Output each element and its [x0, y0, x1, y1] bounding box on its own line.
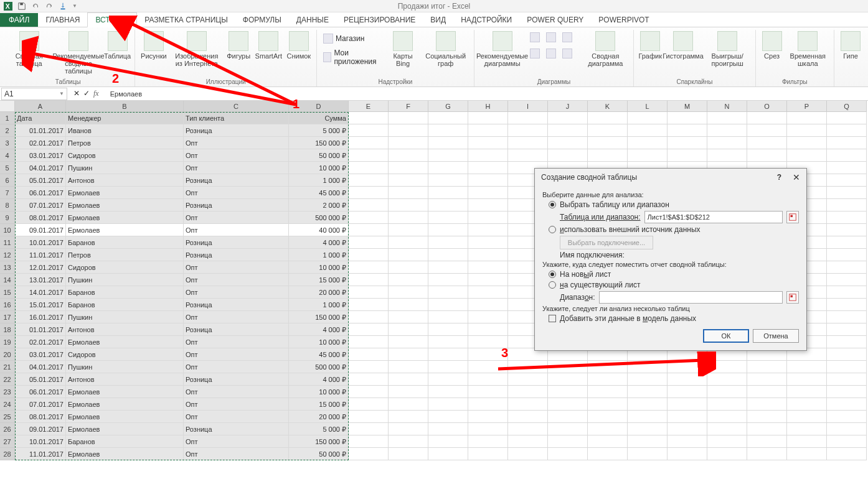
cell[interactable]: [628, 423, 668, 435]
cell[interactable]: Ермолаев: [66, 187, 184, 199]
cell[interactable]: 01.01.2017: [15, 323, 66, 336]
cell[interactable]: [428, 249, 468, 261]
cell[interactable]: [389, 398, 428, 411]
cell[interactable]: Антонов: [66, 323, 184, 336]
cell[interactable]: [468, 124, 508, 137]
cell[interactable]: [389, 261, 428, 274]
cell[interactable]: [747, 435, 787, 448]
cell[interactable]: [787, 361, 827, 373]
cell[interactable]: [428, 112, 468, 124]
row-header[interactable]: 14: [0, 274, 15, 286]
cell[interactable]: [389, 348, 428, 361]
cell[interactable]: 45 000 ₽: [289, 348, 349, 361]
cell[interactable]: [428, 212, 468, 224]
cell[interactable]: [389, 224, 428, 236]
cell[interactable]: [389, 212, 428, 224]
cell[interactable]: 10.01.2017: [15, 435, 66, 448]
cell[interactable]: [349, 162, 389, 174]
cell[interactable]: [389, 361, 428, 373]
cell[interactable]: Ермолаев: [66, 212, 184, 224]
cell[interactable]: [827, 448, 867, 460]
row-header[interactable]: 5: [0, 162, 15, 174]
touch-icon[interactable]: [59, 2, 67, 11]
pivot-table-button[interactable]: Сводная таблица: [5, 30, 53, 77]
dialog-help-icon[interactable]: ?: [777, 173, 781, 182]
cell[interactable]: 500 000 ₽: [289, 212, 349, 224]
cell[interactable]: 1 000 ₽: [289, 299, 349, 311]
cell[interactable]: [668, 137, 707, 149]
cell[interactable]: [588, 373, 628, 386]
cell[interactable]: [668, 112, 707, 124]
cell[interactable]: [508, 398, 548, 411]
cell[interactable]: 02.01.2017: [15, 336, 66, 348]
cell[interactable]: 11.01.2017: [15, 249, 66, 261]
cell[interactable]: [428, 336, 468, 348]
cell[interactable]: [588, 435, 628, 448]
chart-type-icon[interactable]: [530, 32, 540, 42]
cell[interactable]: 06.01.2017: [15, 187, 66, 199]
tab-powerpivot[interactable]: POWERPIVOT: [591, 13, 656, 27]
cell[interactable]: [827, 373, 867, 386]
my-apps-button[interactable]: Мои приложения: [321, 47, 385, 67]
cell[interactable]: [389, 149, 428, 162]
cell[interactable]: [428, 162, 468, 174]
column-header[interactable]: B: [66, 101, 184, 112]
chart-type-icon[interactable]: [562, 49, 572, 58]
cell[interactable]: 06.01.2017: [15, 386, 66, 398]
cell[interactable]: [428, 187, 468, 199]
range-picker-button[interactable]: [786, 211, 799, 223]
cell[interactable]: [428, 435, 468, 448]
cell[interactable]: [349, 423, 389, 435]
location-input[interactable]: [599, 291, 783, 304]
cell[interactable]: [747, 448, 787, 460]
cell[interactable]: [548, 149, 588, 162]
dialog-close-icon[interactable]: ✕: [793, 172, 800, 182]
cell[interactable]: [707, 398, 747, 411]
enter-formula-icon[interactable]: ✓: [83, 89, 90, 98]
cell[interactable]: [707, 124, 747, 137]
cell[interactable]: [787, 411, 827, 423]
cell[interactable]: [588, 411, 628, 423]
cell[interactable]: [468, 361, 508, 373]
row-header[interactable]: 17: [0, 311, 15, 323]
undo-icon[interactable]: [31, 2, 40, 11]
row-header[interactable]: 26: [0, 423, 15, 435]
column-header[interactable]: N: [707, 101, 747, 112]
cell[interactable]: Петров: [66, 249, 184, 261]
row-header[interactable]: 23: [0, 386, 15, 398]
cell[interactable]: [508, 448, 548, 460]
row-header[interactable]: 27: [0, 435, 15, 448]
cell[interactable]: [668, 124, 707, 137]
radio-external-source[interactable]: ииспользовать внешний источник данныхспо…: [549, 225, 799, 234]
cell[interactable]: [468, 149, 508, 162]
cell[interactable]: [787, 124, 827, 137]
cell[interactable]: [747, 361, 787, 373]
cell[interactable]: 20 000 ₽: [289, 411, 349, 423]
cell[interactable]: Опт: [184, 398, 289, 411]
cell[interactable]: [588, 398, 628, 411]
cell[interactable]: [628, 361, 668, 373]
row-header[interactable]: 28: [0, 448, 15, 460]
column-header[interactable]: A: [15, 101, 66, 112]
cell[interactable]: Ермолаев: [66, 411, 184, 423]
cell[interactable]: [548, 373, 588, 386]
cell[interactable]: Розница: [184, 323, 289, 336]
column-header[interactable]: P: [787, 101, 827, 112]
cell[interactable]: [468, 137, 508, 149]
cell[interactable]: [628, 124, 668, 137]
cell[interactable]: Иванов: [66, 124, 184, 137]
cell[interactable]: [349, 137, 389, 149]
cell[interactable]: [428, 299, 468, 311]
cell[interactable]: [827, 199, 867, 212]
cell[interactable]: 4 000 ₽: [289, 373, 349, 386]
cell[interactable]: Опт: [184, 212, 289, 224]
row-header[interactable]: 10: [0, 224, 15, 236]
column-header[interactable]: L: [628, 101, 668, 112]
cell[interactable]: 40 000 ₽: [289, 224, 349, 236]
cell[interactable]: [428, 124, 468, 137]
cell[interactable]: [548, 411, 588, 423]
cell[interactable]: [468, 398, 508, 411]
cell[interactable]: [827, 435, 867, 448]
cell[interactable]: [389, 448, 428, 460]
row-header[interactable]: 25: [0, 411, 15, 423]
